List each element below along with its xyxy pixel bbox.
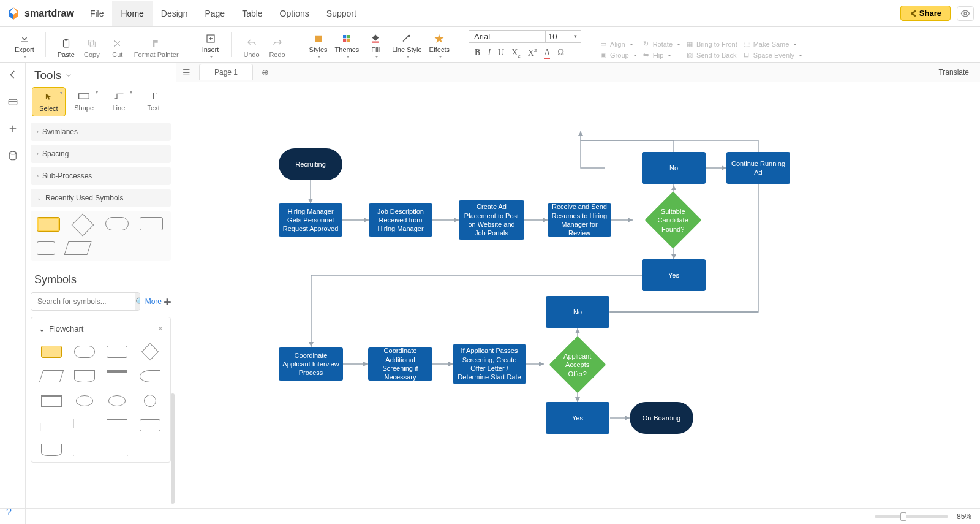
tool-line[interactable]: Line▾ — [103, 87, 135, 116]
recent-shape-process[interactable] — [37, 217, 60, 232]
menu-options[interactable]: Options — [271, 1, 318, 26]
add-page-icon[interactable]: ⊕ — [262, 67, 269, 77]
node-job-description[interactable]: Job Description Received from Hiring Man… — [369, 203, 432, 237]
fc-predefined[interactable] — [41, 395, 62, 407]
zoom-knob[interactable] — [900, 512, 907, 521]
group-button[interactable]: ▣Group — [599, 51, 637, 59]
redo-button[interactable]: Redo — [265, 36, 290, 59]
fc-process-selected[interactable] — [41, 346, 62, 358]
send-to-back-button[interactable]: ▨Send to Back — [685, 51, 737, 59]
zoom-slider[interactable] — [875, 515, 948, 518]
node-coord-interview[interactable]: Coordinate Applicant Interview Process — [279, 347, 343, 381]
menu-design[interactable]: Design — [153, 1, 197, 26]
subscript-button[interactable]: X2 — [511, 48, 521, 59]
page-list-icon[interactable]: ☰ — [183, 67, 190, 77]
node-hiring-manager[interactable]: Hiring Manager Gets Personnel Request Ap… — [279, 203, 342, 237]
fc-manual-op[interactable] — [107, 444, 127, 456]
copy-button[interactable]: Copy — [79, 36, 105, 59]
make-same-button[interactable]: ⬚Make Same — [742, 40, 802, 48]
fc-document[interactable] — [74, 370, 95, 382]
bring-to-front-button[interactable]: ▦Bring to Front — [685, 40, 737, 48]
recent-shape-terminator[interactable] — [105, 217, 129, 230]
insert-button[interactable]: Insert — [198, 31, 224, 59]
effects-button[interactable]: Effects — [426, 31, 453, 59]
fc-internal-storage[interactable] — [107, 370, 127, 382]
font-selector[interactable]: ▾ — [469, 30, 581, 43]
preview-button[interactable] — [957, 6, 974, 21]
add-button[interactable] — [7, 123, 19, 135]
font-color-button[interactable]: A — [544, 48, 550, 59]
bold-button[interactable]: B — [475, 48, 480, 59]
fc-alt-process[interactable] — [107, 346, 127, 358]
space-evenly-button[interactable]: ⊟Space Evenly — [742, 51, 802, 59]
tool-select[interactable]: Select▾ — [32, 87, 66, 116]
node-yes2[interactable]: Yes — [546, 402, 609, 434]
menu-table[interactable]: Table — [233, 1, 271, 26]
paste-button[interactable]: Paste — [53, 36, 79, 59]
node-yes[interactable]: Yes — [642, 259, 706, 291]
node-coord-screening[interactable]: Coordinate Additional Screening if Neces… — [368, 347, 432, 381]
library-button[interactable] — [7, 96, 19, 108]
font-size-dropdown-icon[interactable]: ▾ — [570, 31, 581, 42]
recent-shape-decision[interactable] — [72, 214, 94, 237]
fc-trap[interactable] — [140, 444, 160, 456]
menu-home[interactable]: Home — [112, 1, 152, 26]
search-icon[interactable]: 🔍 — [135, 293, 140, 310]
node-no[interactable]: No — [642, 152, 706, 184]
format-painter-button[interactable]: Format Painter — [130, 36, 183, 59]
data-button[interactable] — [7, 150, 19, 162]
panel-spacing[interactable]: ›Spacing — [31, 145, 171, 163]
fc-rect-plain[interactable] — [107, 419, 127, 431]
fc-decision[interactable] — [141, 343, 159, 360]
node-continue-ad[interactable]: Continue Running Ad — [726, 152, 790, 184]
line-style-button[interactable]: Line Style — [388, 31, 425, 59]
fc-terminator[interactable] — [74, 346, 95, 358]
fc-rect-round[interactable] — [140, 419, 160, 431]
node-receive-resumes[interactable]: Receive and Send Resumes to Hiring Manag… — [548, 203, 611, 237]
fc-tape1[interactable] — [41, 419, 62, 431]
flip-button[interactable]: ⇋Flip — [642, 51, 680, 59]
font-name-input[interactable] — [469, 32, 545, 41]
undo-button[interactable]: Undo — [239, 36, 265, 59]
sidebar-scrollbar[interactable] — [171, 393, 175, 504]
node-create-ad[interactable]: Create Ad Placement to Post on Website a… — [459, 200, 524, 240]
page-tab-1[interactable]: Page 1 — [199, 64, 253, 80]
themes-button[interactable]: Themes — [331, 31, 363, 59]
font-size-input[interactable] — [545, 31, 570, 42]
symbol-search[interactable]: 🔍 — [31, 292, 140, 311]
fc-display[interactable] — [41, 444, 62, 456]
node-offer-letter[interactable]: If Applicant Passes Screening, Create Of… — [453, 344, 526, 384]
panel-subprocesses[interactable]: ›Sub-Processes — [31, 167, 171, 185]
node-no2[interactable]: No — [546, 296, 609, 328]
flowchart-panel-header[interactable]: ⌄Flowchart× — [31, 317, 170, 340]
share-button[interactable]: Share — [900, 6, 951, 21]
tool-shape[interactable]: Shape▾ — [68, 87, 100, 116]
superscript-button[interactable]: X2 — [528, 48, 537, 59]
chevron-down-icon[interactable] — [65, 72, 72, 79]
rotate-button[interactable]: ↻Rotate — [642, 40, 680, 48]
symbol-omega-button[interactable]: Ω — [557, 48, 564, 59]
panel-recent[interactable]: ⌄Recently Used Symbols — [31, 189, 171, 207]
fc-tape2[interactable] — [74, 419, 95, 431]
fill-button[interactable]: Fill — [363, 31, 388, 59]
fc-database[interactable] — [76, 395, 93, 406]
symbol-search-input[interactable] — [31, 293, 135, 310]
styles-button[interactable]: Styles — [306, 31, 331, 59]
tool-text[interactable]: TText — [137, 87, 170, 116]
node-recruiting[interactable]: Recruiting — [279, 148, 342, 180]
underline-button[interactable]: U — [498, 48, 504, 59]
fc-connector[interactable] — [144, 395, 156, 407]
close-icon[interactable]: × — [158, 324, 163, 333]
fc-delay[interactable] — [140, 370, 160, 382]
recent-shape-small-rect[interactable] — [37, 241, 55, 255]
node-onboarding[interactable]: On-Boarding — [630, 402, 693, 434]
symbols-more-link[interactable]: More➕ — [145, 297, 171, 306]
menu-support[interactable]: Support — [318, 1, 365, 26]
menu-file[interactable]: File — [81, 1, 113, 26]
fc-direct-data[interactable] — [108, 395, 126, 406]
menu-page[interactable]: Page — [196, 1, 233, 26]
align-button[interactable]: ▭Align — [599, 40, 637, 48]
recent-shape-rect[interactable] — [140, 217, 163, 230]
back-button[interactable] — [7, 69, 19, 81]
recent-shape-data[interactable] — [64, 241, 91, 255]
